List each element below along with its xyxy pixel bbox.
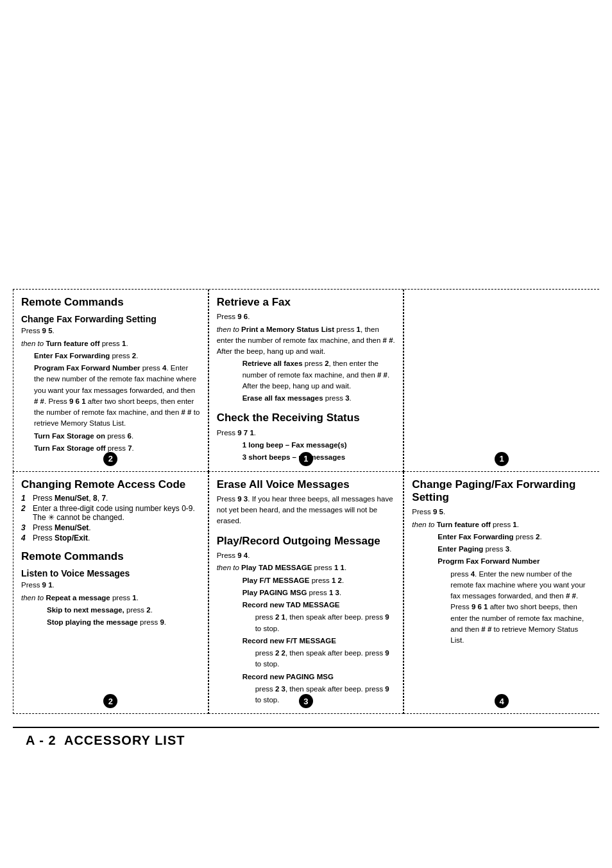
skip-to-next: Skip to next message, press 2.: [47, 605, 200, 616]
page-num-4-bot: 4: [495, 694, 509, 708]
press-label: Press: [21, 327, 42, 334]
remote-commands-bottom-title: Remote Commands: [21, 550, 200, 563]
short-beeps: 3 short beeps – no messages: [242, 452, 396, 463]
cell-change-paging: Change Paging/Fax Forwarding Setting Pre…: [404, 472, 599, 715]
footer-label: A - 2: [26, 733, 56, 747]
press-94: Press 9 4.: [217, 550, 396, 561]
remote-commands-title: Remote Commands: [21, 296, 200, 309]
check-receiving-status-title: Check the Receiving Status: [217, 412, 396, 424]
press-96: Press 9 6.: [217, 311, 396, 322]
press-95: Press 9 5.: [21, 326, 200, 336]
record-paging-label: Record new PAGING MSG: [242, 672, 396, 682]
step-1-text: Press Menu/Set, 8, 7.: [33, 494, 108, 503]
press-971: Press 9 7 1.: [217, 428, 396, 438]
changing-remote-access-title: Changing Remote Access Code: [21, 478, 200, 491]
top-spacer: [13, 13, 599, 289]
step-4-num: 4: [21, 534, 29, 542]
bottom-grid: Changing Remote Access Code 1 Press Menu…: [13, 472, 599, 715]
play-paging-msg: Play PAGING MSG press 1 3.: [242, 587, 396, 598]
press-label-96: Press: [217, 313, 238, 320]
then-to-turn-off: then to Turn feature off press 1.: [21, 338, 200, 349]
turn-fax-storage-off: Turn Fax Storage off press 7.: [34, 443, 200, 454]
erase-voice-press: Press 9 3. If you hear three beeps, all …: [217, 494, 396, 527]
step-3-num: 3: [21, 523, 29, 532]
top-grid: Remote Commands Change Fax Forwarding Se…: [13, 289, 599, 472]
step-2-num: 2: [21, 504, 29, 522]
cell-erase-voice-play: Erase All Voice Messages Press 9 3. If y…: [208, 472, 404, 715]
play-record-title: Play/Record Outgoing Message: [217, 535, 396, 548]
press-95-paging: Press 9 5.: [412, 507, 591, 517]
then-to-turn-off-paging: then to Turn feature off press 1.: [412, 519, 591, 530]
enter-fax-forwarding-paging: Enter Fax Forwarding press 2.: [438, 532, 591, 542]
progrm-fax-forward-detail: press 4. Enter the new number of the rem…: [450, 569, 591, 647]
long-beep: 1 long beep – Fax message(s): [242, 440, 396, 451]
then-to-play-tad: then to Play TAD MESSAGE press 1 1.: [217, 562, 396, 573]
record-tad-label: Record new TAD MESSAGE: [242, 600, 396, 611]
step-2-text: Enter a three-digit code using number ke…: [33, 504, 200, 522]
page: Remote Commands Change Fax Forwarding Se…: [0, 0, 612, 868]
erase-voice-title: Erase All Voice Messages: [217, 478, 396, 491]
then-to-print-memory: then to Print a Memory Status List press…: [217, 324, 396, 358]
step-4: 4 Press Stop/Exit.: [21, 534, 200, 542]
erase-all-fax: Erase all fax messages press 3.: [242, 393, 396, 404]
page-num-1-top-mid: 1: [299, 452, 313, 466]
turn-fax-storage-on: Turn Fax Storage on press 6.: [34, 431, 200, 442]
cell-changing-remote-access: Changing Remote Access Code 1 Press Menu…: [13, 472, 208, 715]
footer: A - 2 ACCESSORY LIST: [13, 727, 599, 748]
program-fax-forward: Program Fax Forward Number press 4. Ente…: [34, 363, 200, 430]
change-fax-forwarding-title: Change Fax Forwarding Setting: [21, 314, 200, 324]
footer-sublabel: ACCESSORY LIST: [64, 733, 185, 747]
cell-retrieve-fax: Retrieve a Fax Press 9 6. then to Print …: [208, 290, 404, 472]
cell-remote-commands-top: Remote Commands Change Fax Forwarding Se…: [13, 290, 208, 472]
progrm-fax-forward: Progrm Fax Forward Number: [438, 556, 591, 567]
page-num-1-top-right: 1: [495, 452, 509, 466]
step-1: 1 Press Menu/Set, 8, 7.: [21, 494, 200, 503]
retrieve-all-faxes: Retrieve all faxes press 2, then enter t…: [242, 358, 396, 392]
then-to-repeat: then to Repeat a message press 1.: [21, 593, 200, 603]
listen-voice-messages-title: Listen to Voice Messages: [21, 568, 200, 578]
record-tad-detail: press 2 1, then speak after beep. press …: [255, 612, 396, 634]
page-num-2-top: 2: [103, 452, 117, 466]
enter-fax-forwarding: Enter Fax Forwarding press 2.: [34, 351, 200, 361]
step-4-text: Press Stop/Exit.: [33, 534, 90, 542]
play-ft-message: Play F/T MESSAGE press 1 2.: [242, 575, 396, 586]
record-ft-label: Record new F/T MESSAGE: [242, 636, 396, 647]
step-3: 3 Press Menu/Set.: [21, 523, 200, 532]
step-3-text: Press Menu/Set.: [33, 523, 91, 532]
enter-paging: Enter Paging press 3.: [438, 544, 591, 555]
page-num-3-bot: 3: [299, 694, 313, 708]
step-1-num: 1: [21, 494, 29, 503]
page-num-2-bot: 2: [103, 694, 117, 708]
record-ft-detail: press 2 2, then speak after beep. press …: [255, 648, 396, 670]
record-paging-detail: press 2 3, then speak after beep. press …: [255, 684, 396, 706]
cell-empty-top-right: 1: [404, 290, 599, 472]
press-91: Press 9 1.: [21, 580, 200, 591]
retrieve-fax-title: Retrieve a Fax: [217, 296, 396, 309]
stop-playing: Stop playing the message press 9.: [47, 617, 200, 628]
step-2: 2 Enter a three-digit code using number …: [21, 504, 200, 522]
change-paging-title: Change Paging/Fax Forwarding Setting: [412, 478, 591, 505]
